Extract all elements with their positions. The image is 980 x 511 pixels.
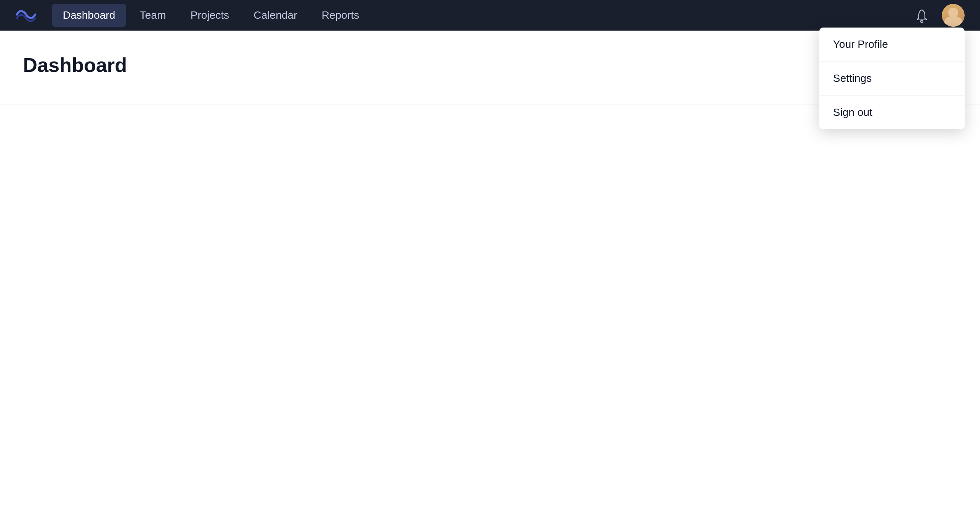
nav-dashboard[interactable]: Dashboard xyxy=(52,4,126,27)
nav-reports[interactable]: Reports xyxy=(311,4,370,27)
avatar xyxy=(942,4,965,27)
dropdown-settings[interactable]: Settings xyxy=(819,62,965,96)
notifications-button[interactable] xyxy=(911,5,933,26)
profile-dropdown: Your Profile Settings Sign out xyxy=(819,28,965,129)
avatar-button[interactable] xyxy=(942,4,965,27)
nav-projects[interactable]: Projects xyxy=(180,4,240,27)
nav-links: Dashboard Team Projects Calendar Reports xyxy=(52,4,911,27)
navbar: Dashboard Team Projects Calendar Reports xyxy=(0,0,980,31)
svg-point-0 xyxy=(921,20,923,23)
nav-calendar[interactable]: Calendar xyxy=(243,4,308,27)
nav-team[interactable]: Team xyxy=(129,4,176,27)
nav-right xyxy=(911,4,965,27)
logo[interactable] xyxy=(15,6,37,24)
page-title: Dashboard xyxy=(23,54,957,76)
dropdown-your-profile[interactable]: Your Profile xyxy=(819,28,965,62)
dropdown-sign-out[interactable]: Sign out xyxy=(819,96,965,129)
